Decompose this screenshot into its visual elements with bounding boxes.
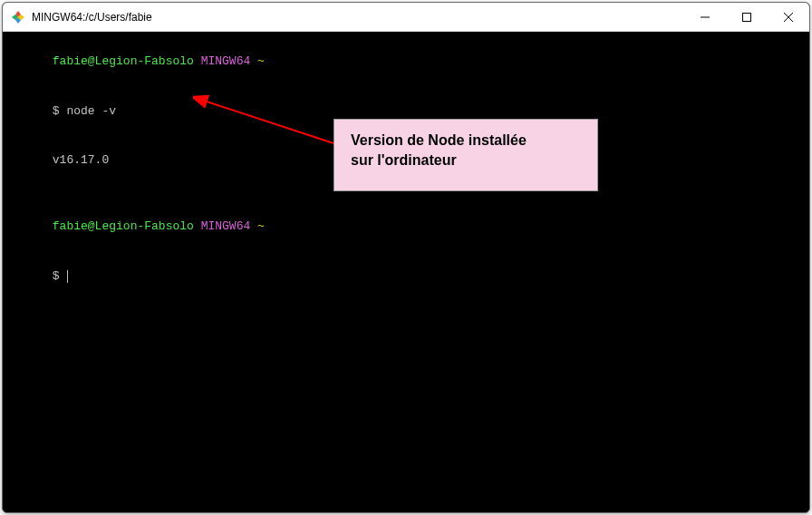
- maximize-button[interactable]: [726, 3, 768, 31]
- prompt-user: fabie@Legion-Fabsolo: [53, 219, 194, 233]
- window-controls: [684, 3, 809, 31]
- titlebar[interactable]: MINGW64:/c/Users/fabie: [3, 3, 809, 32]
- close-button[interactable]: [768, 3, 809, 31]
- window-title: MINGW64:/c/Users/fabie: [32, 11, 684, 24]
- prompt-path: ~: [257, 219, 265, 233]
- svg-rect-5: [743, 13, 751, 21]
- prompt-symbol: $: [53, 104, 60, 118]
- command-output: v16.17.0: [53, 153, 109, 167]
- app-icon: [10, 9, 26, 25]
- terminal-window: MINGW64:/c/Users/fabie fabie@Legion-Fabs…: [2, 2, 810, 513]
- annotation-text-line2: sur l'ordinateur: [351, 152, 457, 168]
- prompt-path: ~: [257, 54, 265, 68]
- prompt-symbol: $: [53, 269, 60, 283]
- prompt-user: fabie@Legion-Fabsolo: [53, 54, 194, 68]
- prompt-env: MINGW64: [201, 54, 251, 68]
- minimize-button[interactable]: [684, 3, 726, 31]
- cursor-icon: [67, 270, 68, 283]
- prompt-env: MINGW64: [201, 219, 251, 233]
- command-text: node -v: [66, 104, 116, 118]
- annotation-callout: Version de Node installée sur l'ordinate…: [334, 119, 598, 191]
- annotation-text-line1: Version de Node installée: [351, 132, 527, 148]
- terminal-content[interactable]: fabie@Legion-Fabsolo MINGW64 ~ $ node -v…: [3, 32, 809, 512]
